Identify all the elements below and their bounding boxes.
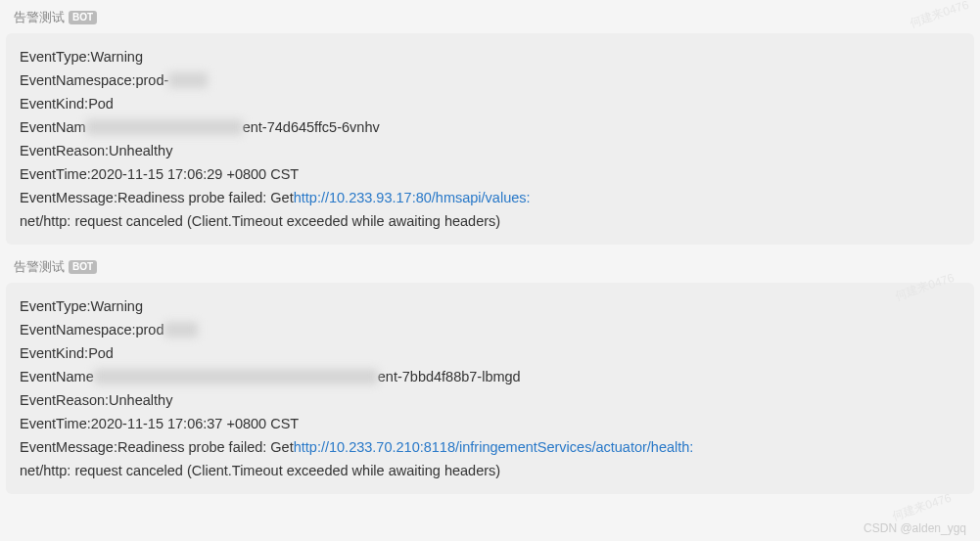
event-message-row: EventMessage:Readiness probe failed: Get… <box>20 186 960 233</box>
alert-message: 告警测试 BOT EventType:Warning EventNamespac… <box>6 5 974 245</box>
sender-name: 告警测试 <box>14 258 65 276</box>
footer-credit: CSDN @alden_ygq <box>863 521 966 535</box>
event-message-row: EventMessage:Readiness probe failed: Get… <box>20 435 960 482</box>
event-type-row: EventType:Warning <box>20 45 960 68</box>
event-name-pre: EventName <box>20 365 94 388</box>
message-header: 告警测试 BOT <box>6 254 974 283</box>
event-time-row: EventTime:2020-11-15 17:06:37 +0800 CST <box>20 412 960 435</box>
event-namespace-row: EventNamespace:prod- <box>20 68 960 92</box>
event-kind-row: EventKind:Pod <box>20 341 960 365</box>
event-name-row: EventNament-74d645ffc5-6vnhv <box>20 115 960 139</box>
event-message-post: net/http: request canceled (Client.Timeo… <box>20 209 500 233</box>
event-namespace-label: EventNamespace:prod- <box>20 68 168 92</box>
event-name-pre: EventNam <box>20 115 86 139</box>
event-message-pre: EventMessage:Readiness probe failed: Get <box>20 186 294 209</box>
event-message-link[interactable]: http://10.233.70.210:8118/infringementSe… <box>294 435 694 459</box>
sender-name: 告警测试 <box>14 9 65 26</box>
bot-badge: BOT <box>69 11 97 24</box>
event-time-row: EventTime:2020-11-15 17:06:29 +0800 CST <box>20 162 960 186</box>
redacted-text <box>86 119 243 135</box>
event-name-row: EventNameent-7bbd4f88b7-lbmgd <box>20 365 960 388</box>
message-header: 告警测试 BOT <box>6 5 974 33</box>
event-namespace-label: EventNamespace:prod <box>20 318 164 341</box>
message-body: EventType:Warning EventNamespace:prod Ev… <box>6 283 974 494</box>
event-message-link[interactable]: http://10.233.93.17:80/hmsapi/values: <box>294 186 531 209</box>
redacted-text <box>168 72 208 88</box>
event-kind-row: EventKind:Pod <box>20 92 960 115</box>
watermark: 何建来0476 <box>890 490 954 525</box>
event-reason-row: EventReason:Unhealthy <box>20 388 960 412</box>
event-namespace-row: EventNamespace:prod <box>20 318 960 341</box>
bot-badge: BOT <box>69 260 97 274</box>
event-name-post: ent-74d645ffc5-6vnhv <box>243 115 380 139</box>
event-message-post: net/http: request canceled (Client.Timeo… <box>20 459 500 482</box>
event-name-post: ent-7bbd4f88b7-lbmgd <box>378 365 521 388</box>
redacted-text <box>164 322 198 338</box>
event-reason-row: EventReason:Unhealthy <box>20 139 960 162</box>
event-message-pre: EventMessage:Readiness probe failed: Get <box>20 435 294 459</box>
alert-message: 告警测试 BOT EventType:Warning EventNamespac… <box>6 254 974 494</box>
event-type-row: EventType:Warning <box>20 294 960 318</box>
redacted-text <box>94 369 378 384</box>
message-body: EventType:Warning EventNamespace:prod- E… <box>6 33 974 245</box>
